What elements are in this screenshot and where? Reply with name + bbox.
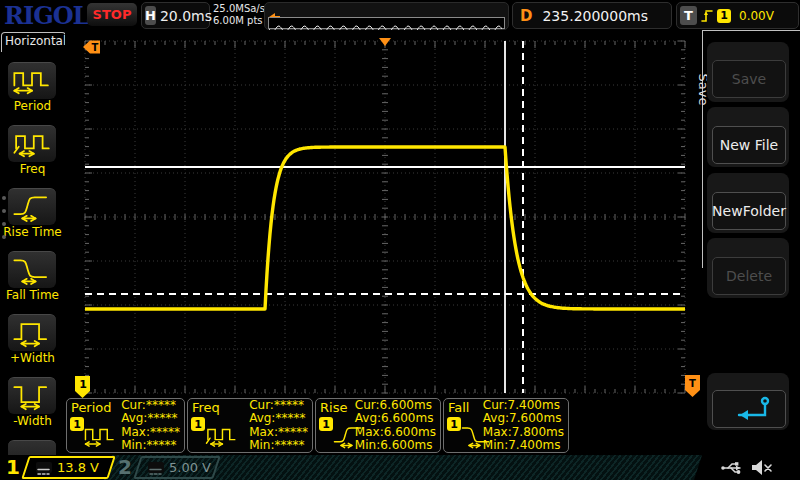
measurement-fall[interactable]: Fall 1 Cur:7.400msAvg:7.600ms Max:7.800m… [443,398,569,453]
timebase-value: 20.0ms [160,8,212,24]
trigger-badge: T [680,6,697,25]
svg-text:T: T [689,378,696,389]
measurement-name: Freq [192,400,220,415]
svg-text:T: T [92,42,99,53]
fall-time-icon [12,255,52,285]
sample-rate: 25.0MSa/s [213,3,265,15]
menu-tab-topline [702,30,800,31]
channel1-waveform [85,147,685,309]
menu-item-nwidth[interactable] [8,377,56,414]
oscilloscope-screen: RIGOL STOP H 20.0ms 25.0MSa/s 6.00M pts … [0,0,800,480]
channel2-scale: 5.00 V [169,460,211,475]
measurement-values: Cur:7.400msAvg:7.600ms Max:7.800msMin:7.… [483,399,564,453]
rigol-logo: RIGOL [4,1,88,30]
measurement-name: Fall [448,400,469,415]
waveform-preview-strip [268,17,505,29]
measurement-results-bar: Period 1 Cur:*****Avg:***** Max:*****Min… [65,398,687,455]
channel1-status-tab[interactable]: 13.8 V [21,456,115,479]
back-button[interactable] [712,390,786,428]
new-file-button[interactable]: New File [712,126,786,164]
channel1-number[interactable]: 1 [6,455,20,480]
trigger-source-badge: 1 [717,9,731,23]
rise-time-icon [12,192,52,222]
svg-text:1: 1 [79,378,87,391]
rising-edge-icon [701,8,713,24]
run-state-indicator[interactable]: STOP [87,3,137,26]
measurement-name: Rise [320,400,347,415]
menu-scroll-dots [2,196,6,239]
trigger-level-value: 0.00V [739,9,774,23]
period-icon [12,66,52,96]
grid-lines [85,41,685,393]
channel2-number[interactable]: 2 [118,455,132,480]
speaker-muted-icon [750,458,774,477]
left-measure-menu: Horizontal Period Freq Rise Time Fall Ti… [0,30,65,455]
source-badge: 1 [191,417,205,431]
save-button[interactable]: Save [712,60,786,98]
measurement-values: Cur:*****Avg:***** Max:*****Min:***** [249,399,308,453]
channel-status-bar: 1 13.8 V 2 5.00 V [0,455,800,480]
graticule-svg: T1T [65,30,705,398]
menu-item-fall-time-label: Fall Time [0,288,65,302]
menu-item-rise-time[interactable] [8,188,56,225]
dc-coupling-icon [36,462,52,473]
measure-menu-title: Horizontal [1,32,65,52]
menu-item-partial[interactable] [8,440,56,455]
source-badge: 1 [447,417,461,431]
dc-coupling-icon [148,462,164,473]
measurement-name: Period [71,400,112,415]
graticule-display[interactable]: T1T [65,30,687,398]
trigger-position-icon [269,6,281,14]
acquisition-info: 25.0MSa/s 6.00M pts [213,3,265,27]
new-folder-button[interactable]: NewFolder [712,192,786,230]
trigger-box[interactable]: T 1 0.00V [676,2,799,29]
period-icon [84,423,116,449]
waveform-preview-bar[interactable] [264,2,509,30]
menu-item-period[interactable] [8,62,56,99]
measurement-values: Cur:6.600msAvg:6.600ms Max:6.600msMin:6.… [355,399,436,453]
memory-depth: 6.00M pts [213,15,265,27]
source-badge: 1 [319,417,333,431]
horizontal-timebase-box[interactable]: H 20.0ms [141,2,210,29]
measurement-period[interactable]: Period 1 Cur:*****Avg:***** Max:*****Min… [66,398,185,453]
measurement-rise[interactable]: Rise 1 Cur:6.600msAvg:6.600ms Max:6.600m… [315,398,441,453]
nwidth-icon [12,381,52,411]
delete-button[interactable]: Delete [712,257,786,295]
pwidth-icon [12,318,52,348]
source-badge: 1 [70,417,84,431]
menu-item-freq[interactable] [8,125,56,162]
horizontal-badge: H [145,6,156,25]
menu-item-period-label: Period [0,99,65,113]
trigger-markers: T1T [75,38,700,398]
menu-item-pwidth-label: +Width [0,351,65,365]
freq-icon [12,129,52,159]
delay-box[interactable]: D 235.200000ms [512,2,672,29]
channel2-status-tab[interactable]: 5.00 V [133,456,220,479]
menu-item-rise-time-label: Rise Time [0,225,65,239]
top-status-bar: RIGOL STOP H 20.0ms 25.0MSa/s 6.00M pts … [0,0,800,30]
delay-value: 235.200000ms [542,8,648,24]
delay-badge: D [520,7,532,25]
menu-item-nwidth-label: -Width [0,414,65,428]
channel1-scale: 13.8 V [57,460,99,475]
measurement-values: Cur:*****Avg:***** Max:*****Min:***** [121,399,180,453]
return-arrow-icon [726,395,772,423]
measurement-freq[interactable]: Freq 1 Cur:*****Avg:***** Max:*****Min:*… [187,398,313,453]
menu-item-freq-label: Freq [0,162,65,176]
menu-item-fall-time[interactable] [8,251,56,288]
freq-icon [205,423,237,449]
usb-icon [720,459,746,476]
menu-item-pwidth[interactable] [8,314,56,351]
